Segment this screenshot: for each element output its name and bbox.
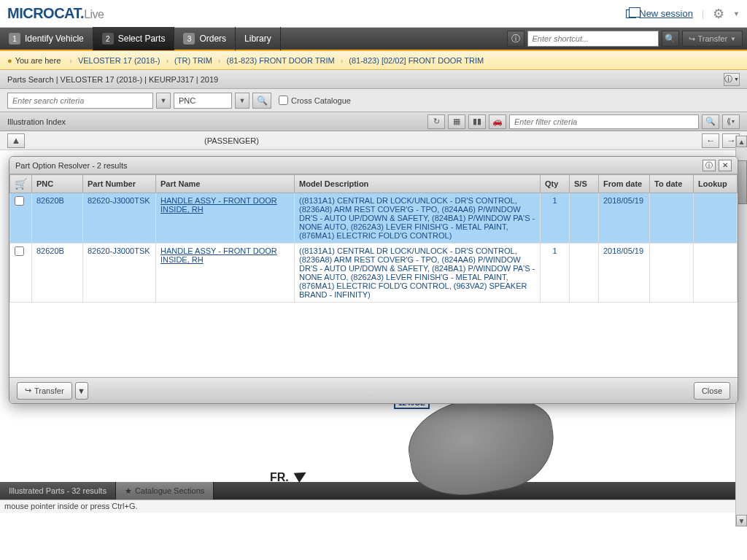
search-icon[interactable]: 🔍: [662, 31, 679, 47]
row-checkbox[interactable]: [15, 196, 24, 206]
row-checkbox[interactable]: [15, 246, 24, 256]
row-name[interactable]: HANDLE ASSY - FRONT DOOR INSIDE, RH: [156, 244, 295, 303]
scroll-down-icon[interactable]: ▼: [736, 515, 747, 526]
transfer-button[interactable]: ↪Transfer: [17, 382, 72, 400]
tab-label: Identify Vehicle: [25, 34, 84, 44]
row-to: [650, 193, 694, 244]
part-name-link[interactable]: HANDLE ASSY - FRONT DOOR INSIDE, RH: [160, 246, 277, 264]
shortcut-input[interactable]: [527, 31, 659, 47]
scroll-thumb[interactable]: [737, 160, 747, 204]
list-icon[interactable]: ▮▮: [468, 114, 486, 129]
chevron-right-icon: ›: [218, 56, 221, 65]
breadcrumb-item[interactable]: VELOSTER 17 (2018-): [75, 56, 163, 65]
info-icon[interactable]: ⓘ: [703, 160, 716, 171]
modal-title: Part Option Resolver - 2 results: [15, 161, 127, 170]
breadcrumb-item[interactable]: (81-823) [02/02] FRONT DOOR TRIM: [346, 56, 487, 65]
col-partname[interactable]: Part Name: [156, 175, 295, 193]
close-icon[interactable]: ✕: [719, 160, 732, 171]
search-icon[interactable]: 🔍: [702, 114, 719, 129]
pnc-select[interactable]: [174, 93, 232, 109]
cross-catalogue-input[interactable]: [279, 96, 288, 105]
app-header: MICROCAT.Live New session | ⚙▼: [0, 0, 747, 28]
logo-sub: Live: [84, 8, 104, 20]
logo-main: MICROCAT.: [7, 5, 84, 21]
col-ss[interactable]: S/S: [570, 175, 599, 193]
col-lookup[interactable]: Lookup: [694, 175, 738, 193]
filter-settings-icon[interactable]: ⟪▼: [722, 114, 740, 129]
breadcrumb-item[interactable]: (TR) TRIM: [171, 56, 215, 65]
transfer-dropdown-icon[interactable]: ▼: [75, 382, 88, 400]
breadcrumb-item[interactable]: (81-823) FRONT DOOR TRIM: [224, 56, 338, 65]
tab-label: Catalogue Sections: [135, 486, 204, 495]
tab-catalogue-sections[interactable]: ★Catalogue Sections: [116, 482, 214, 499]
app-logo: MICROCAT.Live: [7, 5, 104, 22]
row-checkbox-cell[interactable]: [10, 193, 32, 244]
nav-bar: 1Identify Vehicle 2Select Parts 3Orders …: [0, 28, 747, 51]
col-cart[interactable]: 🛒: [10, 175, 32, 193]
modal-header: Part Option Resolver - 2 results ⓘ ✕: [9, 157, 738, 174]
row-qty: 1: [541, 244, 570, 303]
tab-num: 3: [183, 33, 195, 44]
tab-num: 2: [102, 33, 114, 44]
info-icon[interactable]: ⓘ: [507, 31, 525, 47]
tab-label: Orders: [199, 34, 226, 44]
breadcrumb-label: ●You are here: [7, 56, 66, 65]
info-button[interactable]: ⓘ▼: [724, 73, 740, 86]
col-to[interactable]: To date: [650, 175, 694, 193]
subheader: Parts Search | VELOSTER 17 (2018-) | KEU…: [0, 70, 747, 89]
row-name[interactable]: HANDLE ASSY - FRONT DOOR INSIDE, RH: [156, 193, 295, 244]
table-row[interactable]: 82620B 82620-J3000TSK HANDLE ASSY - FRON…: [10, 193, 738, 244]
nav-right: ⓘ 🔍 ↪Transfer▼: [507, 31, 747, 47]
transfer-button[interactable]: ↪Transfer▼: [682, 31, 743, 47]
nav-arrows: ← →: [702, 133, 740, 148]
row-to: [650, 244, 694, 303]
col-qty[interactable]: Qty: [541, 175, 570, 193]
subheader-text: Parts Search | VELOSTER 17 (2018-) | KEU…: [7, 75, 218, 84]
gear-icon[interactable]: ⚙: [713, 6, 724, 22]
collapse-icon[interactable]: ▲: [7, 133, 25, 148]
cross-catalogue-checkbox[interactable]: Cross Catalogue: [279, 96, 351, 105]
scroll-up-icon[interactable]: ▲: [736, 136, 747, 147]
chevron-right-icon: ›: [166, 56, 169, 65]
tab-orders[interactable]: 3Orders: [174, 27, 236, 50]
tab-select-parts[interactable]: 2Select Parts: [93, 27, 175, 50]
prev-icon[interactable]: ←: [702, 133, 719, 148]
row-pn: 82620-J3000TSK: [83, 193, 156, 244]
col-pnc[interactable]: PNC: [32, 175, 83, 193]
row-from: 2018/05/19: [599, 193, 650, 244]
tab-label: Select Parts: [118, 34, 166, 44]
gear-dropdown-icon[interactable]: ▼: [733, 10, 740, 18]
filter-input[interactable]: [509, 114, 699, 129]
tab-illustrated-parts[interactable]: Illustrated Parts - 32 results: [0, 482, 116, 499]
tab-library[interactable]: Library: [236, 27, 281, 50]
row-lookup: [694, 244, 738, 303]
part-option-resolver-modal: Part Option Resolver - 2 results ⓘ ✕ 🛒 P…: [9, 156, 738, 404]
modal-footer: ↪Transfer ▼ Close: [9, 377, 738, 403]
row-checkbox-cell[interactable]: [10, 244, 32, 303]
col-partnumber[interactable]: Part Number: [83, 175, 156, 193]
search-input[interactable]: [7, 93, 153, 109]
star-icon: ★: [125, 486, 132, 496]
cart-icon: 🛒: [15, 178, 27, 190]
search-icon[interactable]: 🔍: [252, 93, 271, 109]
col-desc[interactable]: Model Description: [295, 175, 541, 193]
table-row[interactable]: 82620B 82620-J3000TSK HANDLE ASSY - FRON…: [10, 244, 738, 303]
divider: |: [702, 9, 704, 19]
pnc-dropdown-icon[interactable]: ▼: [235, 93, 249, 109]
new-session-link[interactable]: New session: [626, 8, 693, 19]
col-from[interactable]: From date: [599, 175, 650, 193]
part-name-link[interactable]: HANDLE ASSY - FRONT DOOR INSIDE, RH: [160, 196, 277, 214]
transfer-arrow-icon: ↪: [689, 34, 695, 44]
row-lookup: [694, 193, 738, 244]
tab-label: Illustrated Parts - 32 results: [9, 486, 107, 495]
car-icon[interactable]: 🚗: [489, 114, 506, 129]
refresh-icon[interactable]: ↻: [427, 114, 445, 129]
row-ss: [570, 244, 599, 303]
search-dropdown-icon[interactable]: ▼: [156, 93, 171, 109]
new-window-icon: [626, 9, 636, 18]
illustration-title: Illustration Index: [7, 117, 66, 126]
tab-identify-vehicle[interactable]: 1Identify Vehicle: [0, 27, 93, 50]
grid-icon[interactable]: ▦: [448, 114, 465, 129]
transfer-label: Transfer: [34, 386, 64, 395]
close-button[interactable]: Close: [694, 382, 730, 400]
